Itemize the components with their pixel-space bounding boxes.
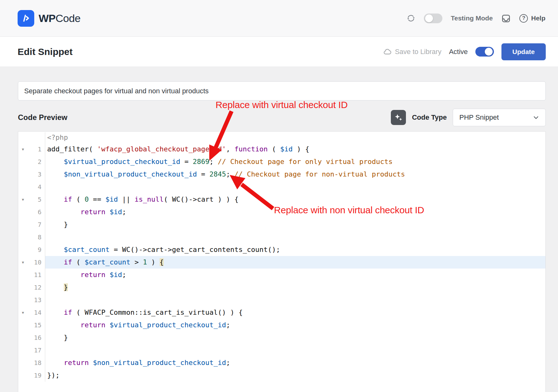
help-button[interactable]: ? Help	[519, 14, 545, 23]
line-number	[28, 132, 41, 143]
code-line-text: add_filter( 'wfacp_global_checkout_page_…	[45, 143, 545, 155]
gutter-fold-spacer	[18, 168, 28, 181]
code-line-2[interactable]: 2 $virtual_product_checkout_id = 2869; /…	[18, 155, 545, 168]
sparkles-icon	[394, 113, 403, 122]
code-line-text: });	[45, 369, 545, 382]
code-line-13[interactable]: 13	[18, 294, 545, 306]
line-number: 12	[28, 281, 41, 294]
code-line-text	[45, 344, 545, 357]
code-line-text: return $id;	[45, 206, 545, 218]
line-number: 16	[28, 331, 41, 344]
code-line-text: }	[45, 281, 545, 294]
code-line-5[interactable]: ▾5 if ( 0 == $id || is_null( WC()->cart …	[18, 193, 545, 206]
fold-arrow-icon[interactable]: ▾	[18, 193, 28, 206]
gutter-border	[41, 181, 45, 193]
code-line-text: $cart_count = WC()->cart->get_cart_conte…	[45, 243, 545, 256]
gutter-fold-spacer	[18, 243, 28, 256]
code-line-3[interactable]: 3 $non_virtual_product_checkout_id = 284…	[18, 168, 545, 181]
gutter-fold-spacer	[18, 344, 28, 357]
cloud-icon	[383, 47, 392, 56]
code-line-1[interactable]: ▾1add_filter( 'wfacp_global_checkout_pag…	[18, 143, 545, 155]
code-lines: <?php▾1add_filter( 'wfacp_global_checkou…	[18, 132, 545, 382]
code-type-label: Code Type	[412, 113, 447, 122]
gutter-fold-spacer	[18, 218, 28, 231]
code-line-text: if ( WFACP_Common::is_cart_is_virtual() …	[45, 306, 545, 319]
code-line-12[interactable]: 12 }	[18, 281, 545, 294]
gutter-fold-spacer	[18, 331, 28, 344]
fold-arrow-icon[interactable]: ▾	[18, 256, 28, 269]
code-line-9[interactable]: 9 $cart_count = WC()->cart->get_cart_con…	[18, 243, 545, 256]
code-line-7[interactable]: 7 }	[18, 218, 545, 231]
gutter-fold-spacer	[18, 132, 28, 143]
gutter-border	[41, 193, 45, 206]
code-preview-heading: Code Preview	[18, 113, 67, 122]
line-number: 3	[28, 168, 41, 181]
line-number: 5	[28, 193, 41, 206]
code-line-text: }	[45, 331, 545, 344]
testing-mode-toggle[interactable]	[424, 14, 442, 23]
code-line-text: <?php	[45, 132, 545, 143]
fold-arrow-icon[interactable]: ▾	[18, 306, 28, 319]
code-line-8[interactable]: 8	[18, 231, 545, 243]
fold-arrow-icon[interactable]: ▾	[18, 143, 28, 155]
content-area: Code Preview Code Type PHP Snippet <?php…	[0, 67, 558, 392]
update-button[interactable]: Update	[501, 43, 546, 60]
line-number: 17	[28, 344, 41, 357]
sync-icon[interactable]	[407, 14, 415, 23]
active-label: Active	[449, 48, 468, 56]
snippet-title-input[interactable]	[18, 81, 546, 101]
gutter-border	[41, 206, 45, 218]
gutter-border	[41, 294, 45, 306]
code-line-16[interactable]: 16 }	[18, 331, 545, 344]
code-line-text: return $id;	[45, 269, 545, 281]
gutter-fold-spacer	[18, 357, 28, 369]
gutter-border	[41, 319, 45, 331]
active-toggle[interactable]	[475, 47, 494, 57]
line-number: 14	[28, 306, 41, 319]
line-number: 18	[28, 357, 41, 369]
code-line-18[interactable]: 18 return $non_virtual_product_checkout_…	[18, 357, 545, 369]
ai-assistant-button[interactable]	[391, 110, 406, 125]
code-type-dropdown[interactable]: PHP Snippet	[453, 109, 546, 126]
gutter-fold-spacer	[18, 206, 28, 218]
code-line-10[interactable]: ▾10 if ( $cart_count > 1 ) {	[18, 256, 545, 269]
line-number: 4	[28, 181, 41, 193]
gutter-border	[41, 132, 45, 143]
code-line-14[interactable]: ▾14 if ( WFACP_Common::is_cart_is_virtua…	[18, 306, 545, 319]
question-mark-icon: ?	[519, 14, 528, 23]
code-line-11[interactable]: 11 return $id;	[18, 269, 545, 281]
save-to-library-button[interactable]: Save to Library	[383, 47, 441, 56]
code-type-value: PHP Snippet	[459, 113, 499, 122]
code-line-19[interactable]: 19});	[18, 369, 545, 382]
line-number: 8	[28, 231, 41, 243]
code-line-text: if ( 0 == $id || is_null( WC()->cart ) )…	[45, 193, 545, 206]
gutter-border	[41, 155, 45, 168]
line-number: 10	[28, 256, 41, 269]
code-line-6[interactable]: 6 return $id;	[18, 206, 545, 218]
line-number: 11	[28, 269, 41, 281]
help-label: Help	[531, 14, 545, 22]
title-bar: Edit Snippet Save to Library Active Upda…	[0, 37, 558, 67]
line-number: 13	[28, 294, 41, 306]
code-line-php-tag[interactable]: <?php	[18, 132, 545, 143]
gutter-border	[41, 231, 45, 243]
gutter-border	[41, 243, 45, 256]
code-line-17[interactable]: 17	[18, 344, 545, 357]
line-number: 2	[28, 155, 41, 168]
code-line-text: $virtual_product_checkout_id = 2869; // …	[45, 155, 545, 168]
inbox-tray-icon[interactable]	[501, 14, 511, 23]
gutter-border	[41, 331, 45, 344]
top-bar: WPCode Testing Mode ? Help	[0, 0, 558, 37]
code-line-4[interactable]: 4	[18, 181, 545, 193]
code-line-text	[45, 231, 545, 243]
line-number: 1	[28, 143, 41, 155]
code-editor[interactable]: <?php▾1add_filter( 'wfacp_global_checkou…	[18, 131, 546, 392]
gutter-fold-spacer	[18, 155, 28, 168]
wpcode-logo: WPCode	[18, 10, 80, 27]
gutter-fold-spacer	[18, 319, 28, 331]
code-line-text	[45, 181, 545, 193]
save-to-library-label: Save to Library	[395, 48, 441, 56]
wpcode-logo-icon	[18, 10, 34, 27]
code-line-text: return $virtual_product_checkout_id;	[45, 319, 545, 331]
code-line-15[interactable]: 15 return $virtual_product_checkout_id;	[18, 319, 545, 331]
